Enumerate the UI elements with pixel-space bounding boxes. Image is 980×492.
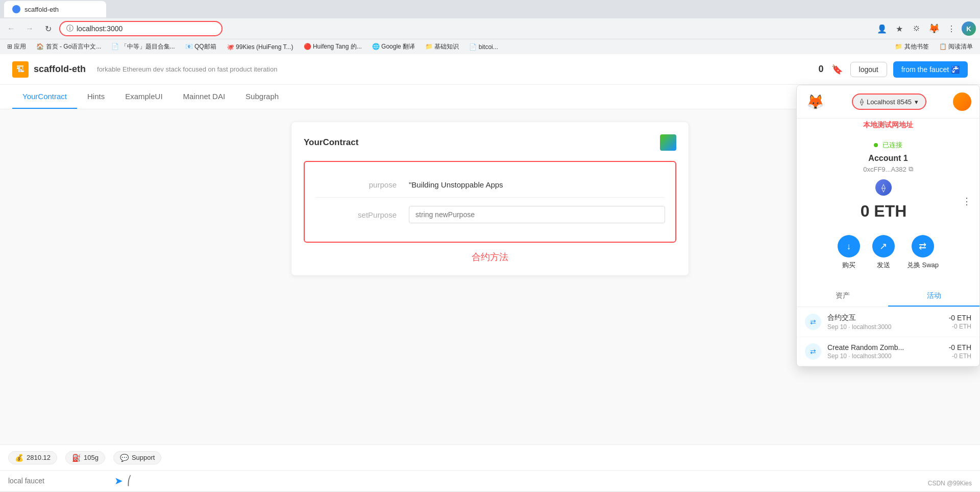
gas-status[interactable]: ⛽ 105g <box>65 451 105 464</box>
bookmark-reading[interactable]: 📋 阅读清单 <box>936 41 976 52</box>
buy-action-button[interactable]: ↓ 购买 <box>838 235 860 270</box>
activity-item-2[interactable]: ⇄ Create Random Zomb... Sep 10 · localho… <box>797 337 979 366</box>
activity-subtitle-1: Sep 10 · localhost:3000 <box>827 323 949 331</box>
swap-label: 兑换 Swap <box>907 261 939 270</box>
status-bar: 💰 2810.12 ⛽ 105g 💬 Support <box>0 444 980 470</box>
connected-dot <box>874 143 878 147</box>
contract-card-title: YourContract <box>304 137 358 148</box>
url-input[interactable] <box>77 25 215 33</box>
swap-icon: ⇄ <box>912 235 934 257</box>
activity-item[interactable]: ⇄ 合约交互 Sep 10 · localhost:3000 -0 ETH -0… <box>797 307 979 337</box>
purpose-label: purpose <box>315 180 397 189</box>
buy-label: 购买 <box>842 261 855 270</box>
purpose-row: purpose "Building Unstoppable Apps <box>315 172 665 198</box>
extensions-icon[interactable]: ⛭ <box>910 21 924 36</box>
tab-hints[interactable]: Hints <box>77 85 115 109</box>
logo-icon: 🏗 <box>12 61 29 78</box>
faucet-button[interactable]: from the faucet 🚰 <box>893 61 968 78</box>
faucet-label: from the faucet 🚰 <box>901 65 960 74</box>
activity-icon-1: ⇄ <box>805 314 821 330</box>
tab-mainnet-dai[interactable]: Mainnet DAI <box>173 85 236 109</box>
send-action-button[interactable]: ↗ 发送 <box>872 235 895 270</box>
activity-title-1: 合约交互 <box>827 313 949 322</box>
send-label: 发送 <box>877 261 890 270</box>
bookmark-qq[interactable]: 📧 QQ邮箱 <box>182 41 219 52</box>
metamask-more-options[interactable]: ⋮ <box>962 196 971 207</box>
bookmarks-bar: ⊞ 应用 🏠 首页 - Go语言中文... 📄 「中等」题目合集... 📧 QQ… <box>0 39 980 54</box>
gas-value: 105g <box>84 454 99 461</box>
contract-section: purpose "Building Unstoppable Apps setPu… <box>304 161 676 243</box>
back-button[interactable]: ← <box>4 21 18 36</box>
set-purpose-input[interactable] <box>409 206 665 223</box>
support-status[interactable]: 💬 Support <box>113 451 162 464</box>
app-subtitle: forkable Ethereum dev stack focused on f… <box>97 65 277 73</box>
tab-yourcontract[interactable]: YourContract <box>12 85 77 109</box>
metamask-network-button[interactable]: ⟠ Localhost 8545 ▾ <box>852 93 926 110</box>
faucet-send-button[interactable]: ➤ <box>114 475 123 487</box>
set-purpose-label: setPurpose <box>315 210 397 219</box>
activity-subtitle-2: Sep 10 · localhost:3000 <box>827 353 949 360</box>
app-header: 🏗 scaffold-eth forkable Ethereum dev sta… <box>0 54 980 85</box>
activity-icon-2: ⇄ <box>805 343 821 360</box>
bookmark-google-translate[interactable]: 🌐 Google 翻译 <box>369 41 418 52</box>
contract-method-label: 合约方法 <box>304 251 676 263</box>
more-options-icon[interactable]: ⋮ <box>944 21 959 36</box>
tab-title: scaffold-eth <box>24 6 59 13</box>
metamask-header: 🦊 ⟠ Localhost 8545 ▾ <box>797 85 979 119</box>
bookmark-leetcode[interactable]: 📄 「中等」题目合集... <box>108 41 178 52</box>
tab-assets[interactable]: 资产 <box>797 286 888 307</box>
connected-text: 已连接 <box>883 141 902 149</box>
faucet-copy-button[interactable]: ⎛ <box>127 475 132 486</box>
metamask-avatar[interactable] <box>953 92 971 111</box>
activity-list: ⇄ 合约交互 Sep 10 · localhost:3000 -0 ETH -0… <box>797 307 979 366</box>
set-purpose-row: setPurpose <box>315 198 665 231</box>
metamask-logo: 🦊 <box>805 91 825 112</box>
bookmark-bitcoin[interactable]: 📄 bitcoi... <box>466 42 501 52</box>
metamask-extension-icon[interactable]: 🦊 <box>927 21 941 36</box>
local-faucet-bar: ➤ ⎛ <box>0 470 980 491</box>
balance-icon: 💰 <box>15 454 23 462</box>
purpose-value: "Building Unstoppable Apps <box>409 180 665 189</box>
bookmark-go[interactable]: 🏠 首页 - Go语言中文... <box>33 41 104 52</box>
swap-action-button[interactable]: ⇄ 兑换 Swap <box>907 235 939 270</box>
bookmark-others[interactable]: 📁 其他书签 <box>892 41 932 52</box>
metamask-tabs: 资产 活动 <box>797 286 979 307</box>
support-label: Support <box>132 454 155 461</box>
reload-button[interactable]: ↻ <box>41 21 55 36</box>
metamask-overlay: 🦊 ⟠ Localhost 8545 ▾ 本地测试网地址 已连接 Account… <box>796 85 980 367</box>
app-logo: 🏗 scaffold-eth forkable Ethereum dev sta… <box>12 61 277 78</box>
forward-button[interactable]: → <box>22 21 37 36</box>
address-bar[interactable]: ⓘ <box>59 21 223 36</box>
bookmark-99kies[interactable]: 🐙 99Kies (HuiFeng T...) <box>224 42 297 52</box>
bookmark-huifeng[interactable]: 🔴 Huifeng Tang 的... <box>301 41 365 52</box>
action-buttons: ↓ 购买 ↗ 发送 ⇄ 兑换 Swap <box>805 235 971 270</box>
contract-icon <box>660 134 676 151</box>
app-title: scaffold-eth <box>34 64 86 75</box>
tab-exampleui[interactable]: ExampleUI <box>115 85 173 109</box>
activity-amount-1: -0 ETH -0 ETH <box>949 314 971 330</box>
browser-tab[interactable]: scaffold-eth <box>4 1 106 17</box>
activity-title-2: Create Random Zomb... <box>827 343 949 352</box>
balance-value: 2810.12 <box>27 454 51 461</box>
contract-card: YourContract purpose "Building Unstoppab… <box>291 122 689 276</box>
chrome-account-avatar[interactable]: K <box>962 21 976 36</box>
profile-icon[interactable]: 👤 <box>875 21 889 36</box>
bookmark-basics[interactable]: 📁 基础知识 <box>422 41 462 52</box>
tab-activity[interactable]: 活动 <box>888 286 979 307</box>
eth-balance: 0 <box>819 64 824 75</box>
bookmark-button[interactable]: 🔖 <box>830 62 844 77</box>
send-icon: ↗ <box>872 235 895 257</box>
gas-icon: ⛽ <box>72 454 81 462</box>
bookmark-star-icon[interactable]: ★ <box>892 21 906 36</box>
logout-button[interactable]: logout <box>850 62 887 77</box>
activity-info-1: 合约交互 Sep 10 · localhost:3000 <box>827 313 949 331</box>
tab-favicon <box>12 5 20 13</box>
bookmark-apps[interactable]: ⊞ 应用 <box>4 41 29 52</box>
balance-status[interactable]: 💰 2810.12 <box>8 451 57 464</box>
account-address: 0xcFF9...A382 ⧉ <box>805 165 971 173</box>
csdn-badge: CSDN @99Kies <box>928 480 972 487</box>
buy-icon: ↓ <box>838 235 860 257</box>
tab-subgraph[interactable]: Subgraph <box>235 85 289 109</box>
copy-address-icon[interactable]: ⧉ <box>909 165 913 173</box>
faucet-input[interactable] <box>8 477 110 485</box>
